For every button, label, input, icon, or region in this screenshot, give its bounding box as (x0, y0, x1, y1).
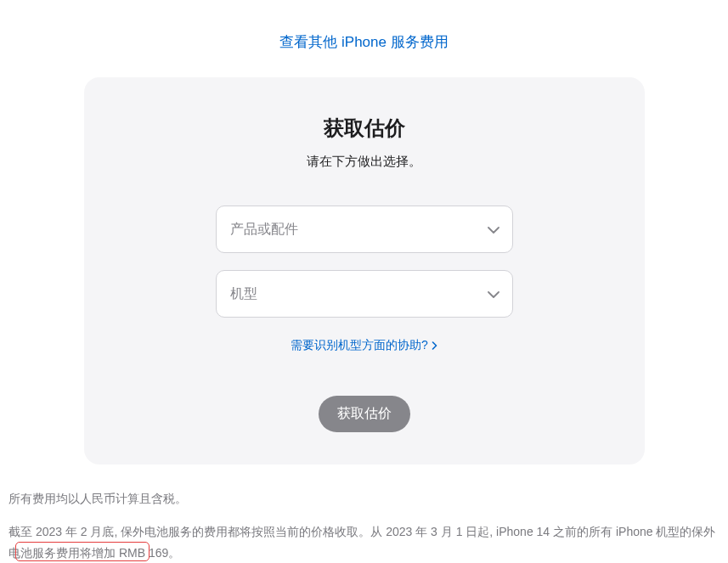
footer-tax-note: 所有费用均以人民币计算且含税。 (0, 464, 728, 510)
estimate-card: 获取估价 请在下方做出选择。 产品或配件 机型 需要识别机型方面的协助? 获取估… (84, 77, 645, 464)
model-select[interactable]: 机型 (216, 270, 513, 318)
top-link-container: 查看其他 iPhone 服务费用 (0, 0, 728, 77)
product-select[interactable]: 产品或配件 (216, 205, 513, 253)
other-service-fees-link[interactable]: 查看其他 iPhone 服务费用 (279, 34, 448, 50)
product-select-wrap: 产品或配件 (216, 205, 513, 253)
model-select-wrap: 机型 (216, 270, 513, 318)
footer-price-change-note: 截至 2023 年 2 月底, 保外电池服务的费用都将按照当前的价格收取。从 2… (0, 510, 728, 563)
identify-model-help-link[interactable]: 需要识别机型方面的协助? (291, 338, 437, 353)
card-subtitle: 请在下方做出选择。 (110, 154, 619, 170)
card-title: 获取估价 (110, 115, 619, 142)
help-link-label: 需要识别机型方面的协助? (291, 338, 428, 353)
get-estimate-button[interactable]: 获取估价 (319, 396, 410, 432)
chevron-right-icon (432, 341, 437, 350)
